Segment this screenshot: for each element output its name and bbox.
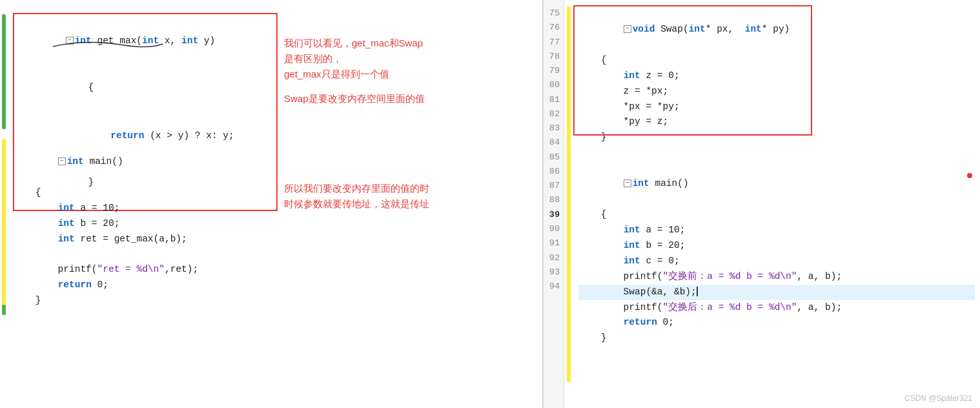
line-num-77: 77 bbox=[544, 36, 560, 50]
right-line-83: −int main() bbox=[578, 161, 975, 207]
yellow-indicator-bar bbox=[2, 139, 6, 313]
main-return: return 0; bbox=[13, 278, 198, 293]
line-num-86: 86 bbox=[544, 165, 560, 179]
right-line-84: { bbox=[578, 207, 975, 223]
curve-decoration bbox=[46, 37, 176, 49]
main-brace-close: } bbox=[13, 293, 198, 309]
right-line-39: Swap(&a, &b); bbox=[578, 285, 975, 300]
line-num-89: 39 bbox=[544, 208, 560, 222]
line-num-90: 90 bbox=[544, 222, 560, 236]
line-num-75: 75 bbox=[544, 6, 560, 21]
line-numbers: 75 76 77 78 79 80 81 82 83 84 85 86 87 8… bbox=[544, 0, 564, 408]
right-line-92: } bbox=[578, 331, 975, 346]
line-num-78: 78 bbox=[544, 50, 560, 64]
right-line-86: int b = 20; bbox=[578, 238, 975, 254]
line-num-92: 92 bbox=[544, 251, 560, 265]
annotation-text-2: 所以我们要改变内存里面的值的时 时候参数就要传地址，这就是传址 bbox=[284, 181, 555, 212]
left-panel: −int get_max(int x, int y) { return (x >… bbox=[0, 0, 542, 408]
line-num-82: 82 bbox=[544, 107, 560, 121]
green-indicator-bar bbox=[2, 14, 6, 129]
left-main-code: −int main() { int a = 10; int b = 20; in… bbox=[13, 139, 198, 309]
right-panel: 75 76 77 78 79 80 81 82 83 84 85 86 87 8… bbox=[543, 0, 980, 408]
main-container: −int get_max(int x, int y) { return (x >… bbox=[0, 0, 980, 408]
green-indicator-bar-2 bbox=[2, 305, 6, 315]
line-num-94: 94 bbox=[544, 280, 560, 294]
line-num-83: 83 bbox=[544, 121, 560, 136]
right-code-area[interactable]: −void Swap(int* px, int* py) { int z = 0… bbox=[573, 0, 980, 408]
right-yellow-bar bbox=[567, 6, 571, 382]
right-gutter bbox=[564, 0, 573, 408]
main-blank bbox=[13, 247, 198, 262]
right-line-94 bbox=[578, 362, 975, 377]
main-header: −int main() bbox=[13, 139, 198, 185]
line-num-79: 79 bbox=[544, 64, 560, 78]
line-num-81: 81 bbox=[544, 93, 560, 107]
main-int-a: int a = 10; bbox=[13, 201, 198, 216]
right-line-85: int a = 10; bbox=[578, 223, 975, 238]
watermark: CSDN @Später321 bbox=[904, 394, 972, 403]
annotation-line4: Swap是要改变内存空间里面的值 bbox=[284, 91, 542, 107]
right-line-93 bbox=[578, 346, 975, 362]
collapse-icon-main[interactable]: − bbox=[58, 158, 66, 165]
right-line-91: return 0; bbox=[578, 315, 975, 331]
line-num-91: 91 bbox=[544, 236, 560, 250]
line-num-85: 85 bbox=[544, 150, 560, 165]
line-num-84: 84 bbox=[544, 136, 560, 150]
annotation-line3: get_max只是得到一个值 bbox=[284, 66, 542, 82]
line-num-80: 80 bbox=[544, 78, 560, 92]
main-printf: printf("ret = %d\n",ret); bbox=[13, 262, 198, 278]
annotation-line1: 我们可以看见，get_mac和Swap bbox=[284, 36, 542, 51]
line-num-93: 93 bbox=[544, 265, 560, 280]
main-int-ret: int ret = get_max(a,b); bbox=[13, 232, 198, 247]
annotation-line2: 是有区别的， bbox=[284, 51, 542, 66]
red-dot bbox=[967, 173, 972, 178]
right-line-87: int c = 0; bbox=[578, 254, 975, 269]
code-box-swap bbox=[573, 5, 812, 136]
line-num-87: 87 bbox=[544, 179, 560, 193]
annotation-line5: 所以我们要改变内存里面的值的时 bbox=[284, 181, 555, 196]
annotation-text: 我们可以看见，get_mac和Swap 是有区别的， get_max只是得到一个… bbox=[284, 36, 542, 107]
line-num-76: 76 bbox=[544, 21, 560, 35]
collapse-icon-main2[interactable]: − bbox=[624, 179, 631, 187]
line-num-88: 88 bbox=[544, 193, 560, 207]
main-brace-open: { bbox=[13, 185, 198, 201]
right-line-90: printf("交换后：a = %d b = %d\n", a, b); bbox=[578, 300, 975, 316]
cursor bbox=[697, 287, 698, 296]
right-line-88: printf("交换前：a = %d b = %d\n", a, b); bbox=[578, 269, 975, 285]
code-line-2: { bbox=[21, 65, 270, 111]
annotation-line6: 时候参数就要传地址，这就是传址 bbox=[284, 196, 555, 212]
right-line-82 bbox=[578, 145, 975, 161]
main-int-b: int b = 20; bbox=[13, 216, 198, 232]
